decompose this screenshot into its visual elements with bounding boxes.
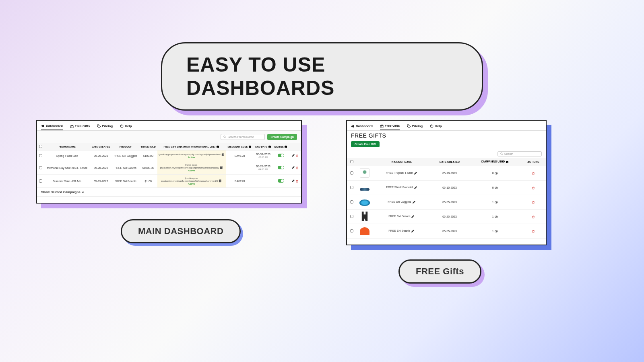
nav-pricing[interactable]: Pricing <box>97 123 113 130</box>
info-icon <box>284 145 287 148</box>
eye-icon[interactable] <box>495 201 498 204</box>
create-campaign-button[interactable]: Create Campaign <box>267 134 297 140</box>
row-checkbox[interactable] <box>39 166 42 169</box>
cell-date: 05-25-2023 <box>430 210 469 224</box>
col-end-date: END DATE <box>254 143 273 150</box>
cell-thumbnail <box>357 224 373 239</box>
pencil-icon[interactable] <box>291 179 295 183</box>
row-checkbox[interactable] <box>350 186 353 189</box>
pencil-icon[interactable] <box>411 230 414 233</box>
cell-link: lyonik-apps-production.myshopify.com/app… <box>157 175 226 188</box>
row-checkbox[interactable] <box>350 171 353 175</box>
nav-free-gifts[interactable]: Free Gifts <box>380 123 400 130</box>
toolbar: Search Promo Name Create Campaign <box>37 131 301 143</box>
select-all-checkbox[interactable] <box>350 160 353 163</box>
pencil-icon[interactable] <box>291 166 295 169</box>
gift-icon <box>380 124 384 128</box>
trash-icon[interactable] <box>295 179 299 183</box>
table-row: FREE Tropical T-Shirt 05-10-20230 <box>347 166 546 181</box>
table-row: FREE Ski Goggles 05-25-20231 <box>347 195 546 210</box>
pencil-icon[interactable] <box>414 172 417 175</box>
eye-icon[interactable] <box>495 186 498 189</box>
cell-product: FREE Ski Gloves <box>112 161 139 175</box>
trash-icon[interactable] <box>532 201 535 204</box>
search-icon <box>223 136 226 138</box>
table-row: FREE Ski Beanie 05-25-20231 <box>347 224 546 239</box>
cell-threshold: $100.00 <box>139 150 157 161</box>
cell-link: lyonik-apps-production.myshopify.com/app… <box>157 161 226 175</box>
select-all-checkbox[interactable] <box>39 145 42 148</box>
nav-help-label: Help <box>125 124 132 128</box>
cell-used: 1 <box>469 224 520 239</box>
cell-status <box>273 175 289 188</box>
free-gifts-label: FREE Gifts <box>398 259 481 284</box>
trash-icon[interactable] <box>532 186 535 189</box>
search-input[interactable]: Search <box>497 151 542 156</box>
search-input[interactable]: Search Promo Name <box>221 134 265 140</box>
cell-thumbnail <box>357 166 373 181</box>
main-dashboard-label: MAIN DASHBOARD <box>121 219 241 243</box>
cell-date: 05-20-2023 <box>90 161 111 175</box>
cell-date: 05-19-2023 <box>90 175 111 188</box>
row-checkbox[interactable] <box>350 200 353 204</box>
pencil-icon[interactable] <box>412 201 415 204</box>
trash-icon[interactable] <box>532 230 535 233</box>
row-checkbox[interactable] <box>350 215 353 218</box>
cell-end-date: 05-29-202304:00 PM <box>254 161 273 175</box>
eye-icon[interactable] <box>495 215 498 218</box>
trash-icon[interactable] <box>532 172 535 175</box>
cell-end-date <box>254 175 273 188</box>
cell-promo-name: Memorial Day Sale 2023 - Email <box>44 161 90 175</box>
row-checkbox[interactable] <box>350 229 353 232</box>
show-deleted-toggle[interactable]: Show Deleted Campaigns <box>37 188 301 197</box>
cell-product: FREE Ski Beanie <box>112 175 139 188</box>
cell-product-name: FREE Ski Beanie <box>373 224 430 239</box>
table-row: FREE Shark Bracelet 05-10-20230 <box>347 181 546 195</box>
hero-title: EASY TO USE DASHBOARDS <box>161 42 483 111</box>
info-icon <box>248 145 252 148</box>
nav-help-label: Help <box>435 124 442 128</box>
help-icon <box>430 124 433 128</box>
copy-icon[interactable] <box>220 166 223 169</box>
copy-icon[interactable] <box>221 153 225 156</box>
status-toggle[interactable] <box>278 179 284 183</box>
product-thumbnail <box>360 188 369 191</box>
eye-icon[interactable] <box>495 230 498 233</box>
trash-icon[interactable] <box>295 166 299 169</box>
pencil-icon[interactable] <box>411 215 414 218</box>
table-row: Summer Sale - FB Ads05-19-2023FREE Ski B… <box>37 175 301 188</box>
nav-help[interactable]: Help <box>120 123 132 130</box>
cell-used: 0 <box>469 166 520 181</box>
cell-product-name: FREE Shark Bracelet <box>373 181 430 195</box>
nav-pricing-label: Pricing <box>102 124 113 128</box>
cell-date: 05-25-2023 <box>430 195 469 210</box>
nav-free-gifts[interactable]: Free Gifts <box>70 123 90 130</box>
trash-icon[interactable] <box>295 154 299 157</box>
nav-pricing[interactable]: Pricing <box>407 123 423 130</box>
status-toggle[interactable] <box>278 154 284 157</box>
cell-promo-name: Summer Sale - FB Ads <box>44 175 90 188</box>
eye-icon[interactable] <box>495 172 498 175</box>
main-dashboard-panel: Dashboard Free Gifts Pricing Help Search… <box>36 120 302 204</box>
search-placeholder: Search Promo Name <box>227 136 254 138</box>
pencil-icon[interactable] <box>414 186 417 189</box>
nav-dashboard[interactable]: Dashboard <box>351 123 373 130</box>
nav-free-gifts-label: Free Gifts <box>385 124 400 128</box>
row-checkbox[interactable] <box>39 154 42 157</box>
trash-icon[interactable] <box>532 215 535 218</box>
chevron-down-icon <box>81 191 85 194</box>
cell-used: 1 <box>469 210 520 224</box>
status-toggle[interactable] <box>278 166 284 169</box>
nav-pricing-label: Pricing <box>412 124 423 128</box>
col-product: PRODUCT <box>112 143 139 150</box>
create-free-gift-button[interactable]: Create Free Gift <box>351 141 380 147</box>
copy-icon[interactable] <box>219 179 222 183</box>
cell-product-name: FREE Ski Gloves <box>373 210 430 224</box>
nav-help[interactable]: Help <box>430 123 442 130</box>
col-promo-name: PROMO NAME <box>44 143 90 150</box>
table-row: FREE Ski Gloves 05-25-20231 <box>347 210 546 224</box>
row-checkbox[interactable] <box>39 179 42 183</box>
nav-dashboard[interactable]: Dashboard <box>41 123 63 130</box>
pencil-icon[interactable] <box>291 154 295 157</box>
tag-icon <box>407 124 411 128</box>
